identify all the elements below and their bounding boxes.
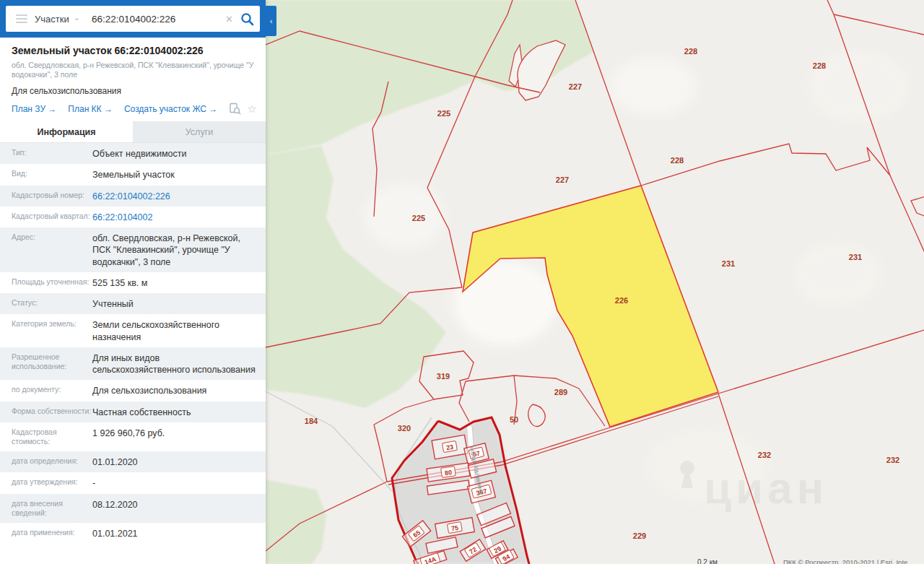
row-value: 01.01.2021 — [92, 528, 266, 539]
clear-search-icon[interactable]: ✕ — [225, 14, 233, 25]
row-label: Категория земель: — [0, 319, 92, 343]
page-title: Земельный участок 66:22:0104002:226 — [12, 45, 254, 57]
map-attribution: ПКК © Росреестр, 2010-2021 | Esri, Inte — [783, 558, 907, 564]
house-parcel-number: 75 — [447, 521, 462, 533]
table-row: Кадастровая стоимость:1 926 960,76 руб. — [0, 422, 266, 451]
table-row: Вид:Земельный участок — [0, 164, 266, 185]
search-category-select[interactable]: Участки ⌄ — [35, 14, 80, 25]
parcel-number-label: 50 — [510, 415, 518, 424]
search-input[interactable] — [90, 13, 218, 25]
row-label: Кадастровая стоимость: — [0, 428, 92, 447]
table-row: Площадь уточненная:525 135 кв. м — [0, 272, 266, 293]
row-value: 525 135 кв. м — [92, 277, 266, 289]
map-canvas[interactable]: 2252252272272282282282312312263192893201… — [266, 0, 924, 564]
table-row: Форма собственности:Частная собственност… — [0, 402, 266, 422]
tab-bar: Информация Услуги — [0, 121, 266, 143]
parcel-number-label: 227 — [569, 82, 582, 91]
table-row: дата внесения сведений:08.12.2020 — [0, 494, 266, 523]
search-box: Участки ⌄ ✕ — [6, 6, 260, 32]
search-header: Участки ⌄ ✕ — [0, 0, 266, 38]
table-row: Разрешенное использование:Для иных видов… — [0, 347, 266, 381]
table-row: Кадастровый квартал:66:22:0104002 — [0, 207, 266, 227]
table-row: Кадастровый номер:66:22:0104002:226 — [0, 186, 266, 207]
parcel-number-label: 227 — [556, 175, 569, 184]
parcel-number-label: 319 — [437, 372, 450, 381]
watermark-text: циан — [704, 463, 828, 513]
row-label: дата определения: — [0, 456, 92, 468]
row-value-link[interactable]: 66:22:0104002:226 — [92, 191, 266, 202]
cadastral-map-app: 2252252272272282282282312312263192893201… — [0, 0, 924, 564]
row-value: Для иных видов сельскохозяйственного исп… — [92, 352, 266, 376]
scale-label: 0,2 км — [697, 558, 718, 564]
favorite-star-icon[interactable]: ☆ — [247, 103, 256, 114]
parcel-summary: Земельный участок 66:22:0104002:226 обл.… — [0, 38, 266, 121]
plan-zu-link[interactable]: План ЗУ → — [12, 104, 56, 114]
row-label: дата внесения сведений: — [0, 499, 92, 519]
table-row: дата применения:01.01.2021 — [0, 523, 266, 544]
row-value: Для сельхозиспользования — [92, 385, 266, 396]
parcel-number-label: 231 — [722, 259, 735, 268]
house-parcel-number: 80 — [441, 467, 456, 478]
menu-icon[interactable] — [16, 14, 27, 23]
table-row: по документу:Для сельхозиспользования — [0, 380, 266, 401]
parcel-address-subtitle: обл. Свердловская, р-н Режевской, ПСК "К… — [12, 61, 254, 80]
row-label: Форма собственности: — [0, 407, 92, 418]
parcel-number-label: 228 — [813, 61, 826, 70]
row-label: дата применения: — [0, 528, 92, 539]
row-label: Разрешенное использование: — [0, 352, 92, 376]
row-label: Статус: — [0, 298, 92, 310]
row-value: 08.12.2020 — [92, 499, 266, 519]
svg-text:80: 80 — [444, 469, 452, 477]
row-label: Тип: — [0, 148, 92, 160]
parcel-number-label: 232 — [886, 456, 899, 464]
doc-search-icon[interactable] — [229, 103, 241, 115]
row-label: Адрес: — [0, 233, 92, 268]
action-links: План ЗУ → План КК → Создать участок ЖС →… — [12, 103, 254, 121]
tab-information[interactable]: Информация — [0, 121, 133, 142]
row-value: Частная собственность — [92, 407, 266, 418]
table-row: дата утверждения:- — [0, 472, 266, 493]
plan-kk-link[interactable]: План КК → — [68, 104, 113, 114]
info-sidebar: Участки ⌄ ✕ Земельный участок 66:22:0104… — [0, 0, 266, 564]
parcel-number-label: 226 — [615, 296, 628, 305]
house-parcel-number: 23 — [442, 441, 457, 452]
row-value: - — [92, 477, 266, 489]
row-value: 01.01.2020 — [92, 456, 266, 468]
row-value: Земельный участок — [92, 169, 266, 181]
svg-text:75: 75 — [450, 524, 459, 533]
chevron-down-icon: ⌄ — [74, 14, 80, 22]
search-category-label: Участки — [35, 14, 69, 25]
row-label: по документу: — [0, 385, 92, 396]
row-label: Кадастровый номер: — [0, 191, 92, 202]
info-table: Тип:Объект недвижимостиВид:Земельный уча… — [0, 143, 266, 544]
parcel-number-label: 231 — [849, 253, 862, 261]
row-label: Вид: — [0, 169, 92, 181]
row-value: 1 926 960,76 руб. — [92, 428, 266, 447]
parcel-number-label: 229 — [633, 532, 646, 540]
parcel-number-label: 225 — [412, 214, 425, 222]
parcel-number-label: 225 — [437, 109, 450, 118]
table-row: дата определения:01.01.2020 — [0, 451, 266, 472]
parcel-number-label: 184 — [305, 417, 318, 425]
row-value: Земли сельскохозяйственного назначения — [92, 319, 266, 343]
table-row: Адрес:обл. Свердловская, р-н Режевской, … — [0, 227, 266, 272]
parcel-number-label: 320 — [398, 424, 411, 433]
parcel-number-label: 232 — [758, 451, 771, 459]
tab-services[interactable]: Услуги — [133, 121, 266, 142]
sidebar-collapse-button[interactable]: ‹ — [266, 6, 276, 36]
row-value: Объект недвижимости — [92, 148, 266, 160]
table-row: Тип:Объект недвижимости — [0, 143, 266, 164]
row-label: Площадь уточненная: — [0, 277, 92, 289]
table-row: Статус:Учтенный — [0, 293, 266, 314]
row-label: Кадастровый квартал: — [0, 212, 92, 223]
parcel-usage: Для сельхозиспользования — [12, 86, 254, 96]
table-row: Категория земель:Земли сельскохозяйствен… — [0, 314, 266, 347]
row-value: обл. Свердловская, р-н Режевской, ПСК "К… — [92, 233, 266, 268]
create-zhs-link[interactable]: Создать участок ЖС → — [124, 104, 217, 114]
row-value-link[interactable]: 66:22:0104002 — [92, 212, 266, 223]
search-button[interactable] — [240, 12, 254, 26]
svg-text:23: 23 — [445, 443, 454, 452]
map-svg: 2252252272272282282282312312263192893201… — [266, 0, 924, 564]
parcel-number-label: 289 — [554, 388, 567, 396]
row-value: Учтенный — [92, 298, 266, 310]
